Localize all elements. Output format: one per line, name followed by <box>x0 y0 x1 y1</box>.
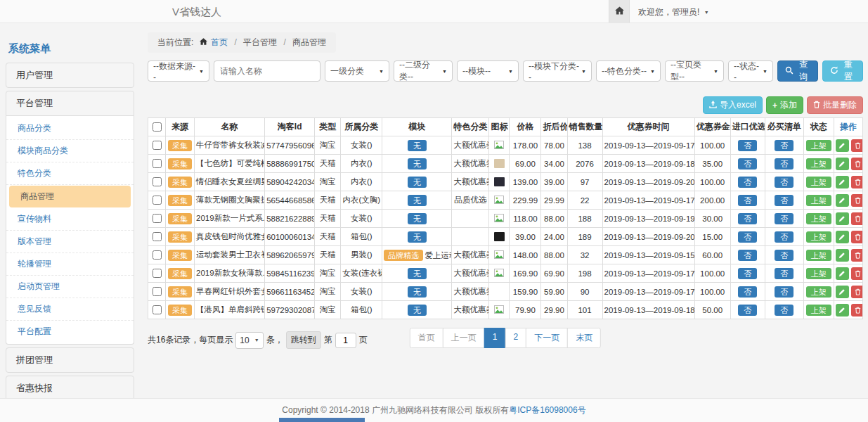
must-buy-toggle-button[interactable]: 否 <box>775 140 793 151</box>
user-menu[interactable]: 欢迎您，管理员! ▼ <box>638 6 709 18</box>
edit-button[interactable] <box>836 249 849 262</box>
row-checkbox[interactable] <box>153 269 162 278</box>
sidebar-item-启动页管理[interactable]: 启动页管理 <box>6 276 134 298</box>
status-toggle-button[interactable]: 上架 <box>806 231 831 243</box>
delete-button[interactable] <box>851 231 863 243</box>
feature-category-select[interactable]: --特色分类--▼ <box>596 60 661 82</box>
status-toggle-button[interactable]: 上架 <box>806 268 831 279</box>
pager-button-上一页[interactable]: 上一页 <box>443 328 485 348</box>
status-toggle-button[interactable]: 上架 <box>806 213 831 224</box>
import-toggle-button[interactable]: 否 <box>738 286 757 298</box>
batch-delete-button[interactable]: 批量删除 <box>807 96 863 114</box>
status-toggle-button[interactable]: 上架 <box>806 195 831 206</box>
delete-button[interactable] <box>851 194 863 207</box>
sidebar-item-商品管理[interactable]: 商品管理 <box>9 186 131 207</box>
sidebar-group-拼团管理[interactable]: 拼团管理 <box>6 347 134 373</box>
row-checkbox[interactable] <box>153 177 162 186</box>
edit-button[interactable] <box>836 158 849 170</box>
status-toggle-button[interactable]: 上架 <box>806 177 831 188</box>
row-checkbox[interactable] <box>153 232 162 241</box>
delete-button[interactable] <box>851 304 863 316</box>
sidebar-item-商品分类[interactable]: 商品分类 <box>6 117 134 140</box>
import-toggle-button[interactable]: 否 <box>738 140 757 151</box>
pager-button-下一页[interactable]: 下一页 <box>526 328 568 348</box>
edit-button[interactable] <box>836 194 849 207</box>
must-buy-toggle-button[interactable]: 否 <box>775 213 793 224</box>
status-select[interactable]: --状态--▼ <box>728 60 773 82</box>
item-type-select[interactable]: --宝贝类型--▼ <box>665 60 724 82</box>
must-buy-toggle-button[interactable]: 否 <box>775 268 793 279</box>
level2-category-select[interactable]: --二级分类--▼ <box>394 60 453 82</box>
reset-button[interactable]: 重置 <box>822 60 863 82</box>
row-checkbox[interactable] <box>153 214 162 223</box>
status-toggle-button[interactable]: 上架 <box>806 140 831 151</box>
pager-button-1[interactable]: 1 <box>484 328 506 348</box>
edit-button[interactable] <box>836 231 849 243</box>
sidebar-group-平台管理[interactable]: 平台管理 <box>6 91 134 116</box>
home-button[interactable] <box>609 0 630 23</box>
sidebar-item-轮播管理[interactable]: 轮播管理 <box>6 253 134 276</box>
select-all-checkbox[interactable] <box>153 122 162 132</box>
must-buy-toggle-button[interactable]: 否 <box>775 158 793 170</box>
name-search-input[interactable] <box>214 60 320 82</box>
import-toggle-button[interactable]: 否 <box>738 250 757 261</box>
delete-button[interactable] <box>851 249 863 262</box>
row-checkbox[interactable] <box>153 159 162 168</box>
import-toggle-button[interactable]: 否 <box>738 305 757 316</box>
import-toggle-button[interactable]: 否 <box>738 195 757 206</box>
edit-button[interactable] <box>836 212 849 225</box>
edit-button[interactable] <box>836 267 849 280</box>
edit-button[interactable] <box>836 139 849 152</box>
status-toggle-button[interactable]: 上架 <box>806 286 831 298</box>
pager-button-首页[interactable]: 首页 <box>410 328 443 348</box>
import-toggle-button[interactable]: 否 <box>738 231 757 243</box>
delete-button[interactable] <box>851 139 863 152</box>
module-select[interactable]: --模块--▼ <box>457 60 519 82</box>
sidebar-item-特色分类[interactable]: 特色分类 <box>6 162 134 185</box>
level1-category-select[interactable]: 一级分类▼ <box>325 60 389 82</box>
must-buy-toggle-button[interactable]: 否 <box>775 286 793 298</box>
status-toggle-button[interactable]: 上架 <box>806 250 831 261</box>
edit-button[interactable] <box>836 304 849 316</box>
import-toggle-button[interactable]: 否 <box>738 158 757 170</box>
must-buy-toggle-button[interactable]: 否 <box>775 250 793 261</box>
import-excel-button[interactable]: 导入excel <box>703 96 763 114</box>
breadcrumb-home-link[interactable]: 首页 <box>211 37 228 47</box>
module-subcategory-select[interactable]: --模块下分类--▼ <box>523 60 592 82</box>
row-checkbox[interactable] <box>153 196 162 205</box>
icp-link[interactable]: 粤ICP备16098006号 <box>509 404 585 416</box>
sidebar-group-省惠快报[interactable]: 省惠快报 <box>6 376 134 401</box>
sidebar-item-宣传物料[interactable]: 宣传物料 <box>6 208 134 231</box>
sidebar-item-平台配置[interactable]: 平台配置 <box>6 321 134 343</box>
search-button[interactable]: 查询 <box>777 60 818 82</box>
must-buy-toggle-button[interactable]: 否 <box>775 195 793 206</box>
sidebar-group-用户管理[interactable]: 用户管理 <box>6 63 134 88</box>
pager-button-末页[interactable]: 末页 <box>567 328 601 348</box>
row-checkbox[interactable] <box>153 305 162 314</box>
page-size-select[interactable]: 10 ▼ <box>235 332 263 349</box>
add-button[interactable]: + 添加 <box>766 96 803 114</box>
status-toggle-button[interactable]: 上架 <box>806 158 831 170</box>
row-checkbox[interactable] <box>153 287 162 296</box>
sidebar-item-意见反馈[interactable]: 意见反馈 <box>6 298 134 321</box>
edit-button[interactable] <box>836 286 849 298</box>
must-buy-toggle-button[interactable]: 否 <box>775 231 793 243</box>
must-buy-toggle-button[interactable]: 否 <box>775 305 793 316</box>
jump-page-input[interactable] <box>335 333 356 348</box>
status-toggle-button[interactable]: 上架 <box>806 305 831 316</box>
delete-button[interactable] <box>851 158 863 170</box>
must-buy-toggle-button[interactable]: 否 <box>775 177 793 188</box>
delete-button[interactable] <box>851 176 863 188</box>
edit-button[interactable] <box>836 176 849 188</box>
delete-button[interactable] <box>851 212 863 225</box>
jump-button[interactable]: 跳转到 <box>286 331 321 349</box>
data-source-select[interactable]: --数据来源--▼ <box>148 60 209 82</box>
pager-button-2[interactable]: 2 <box>505 328 527 348</box>
sidebar-item-模块商品分类[interactable]: 模块商品分类 <box>6 140 134 162</box>
row-checkbox[interactable] <box>153 250 162 260</box>
sidebar-item-版本管理[interactable]: 版本管理 <box>6 231 134 253</box>
import-toggle-button[interactable]: 否 <box>738 213 757 224</box>
delete-button[interactable] <box>851 267 863 280</box>
import-toggle-button[interactable]: 否 <box>738 268 757 279</box>
row-checkbox[interactable] <box>153 141 162 150</box>
